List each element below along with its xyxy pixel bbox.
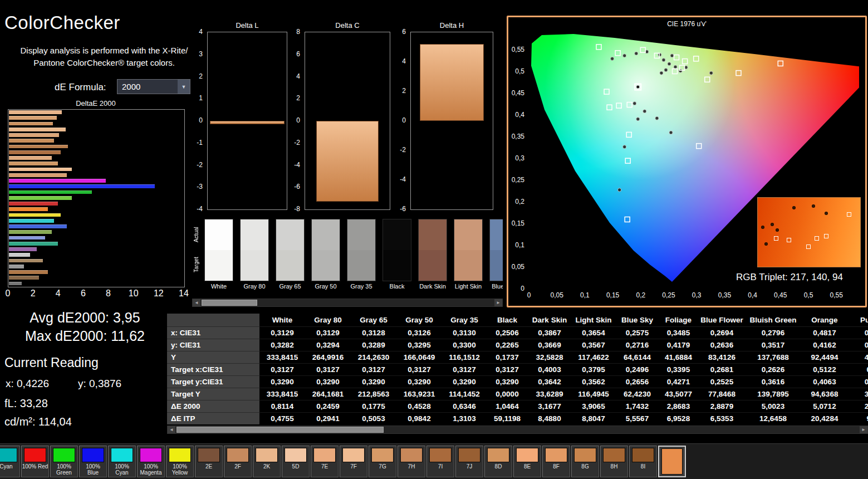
table-cell: 0,22 <box>849 327 868 339</box>
patch-swatch <box>429 448 452 462</box>
axis-tick-label: 1 <box>199 94 203 102</box>
table-cell: 0,3294 <box>305 339 351 351</box>
scroll-left-icon[interactable]: ◄ <box>193 299 200 306</box>
delta-l-yticks: 43210-1-2-3-4 <box>190 32 205 209</box>
patch-swatch <box>371 448 394 462</box>
table-column-header: Black <box>487 314 528 327</box>
table-cell: 0,3129 <box>305 327 351 339</box>
table-cell: 1,3103 <box>442 413 487 425</box>
deltae-bar <box>9 133 59 137</box>
scrollbar-thumb[interactable] <box>176 427 384 433</box>
table-cell: 43,6 <box>849 351 868 364</box>
table-cell: 0,3290 <box>305 376 351 388</box>
patch-swatch <box>140 448 162 462</box>
toolbar-patch-8f[interactable]: 8F <box>542 446 570 477</box>
patch-swatch <box>111 448 133 462</box>
toolbar-patch-100-yellow[interactable]: 100% Yellow <box>166 446 194 477</box>
scroll-left-icon[interactable]: ◄ <box>168 426 175 433</box>
table-cell: 0,3130 <box>442 327 487 339</box>
toolbar-patch-7f[interactable]: 7F <box>340 446 367 477</box>
deltae-bar <box>9 224 67 228</box>
toolbar-patch-8j[interactable]: 8J <box>658 446 686 477</box>
toolbar-patch-7j[interactable]: 7J <box>455 446 483 477</box>
table-cell: 0,19 <box>849 376 868 388</box>
table-cell: 0,3300 <box>442 339 487 351</box>
toolbar-patch-100-red[interactable]: 100% Red <box>21 446 49 477</box>
strip-patch: Light Skin <box>454 219 483 290</box>
table-cell: 0,2694 <box>698 327 746 339</box>
swatch-patches: WhiteGray 80Gray 65Gray 50Gray 35BlackDa… <box>204 219 503 290</box>
scroll-right-icon[interactable]: ► <box>494 299 502 306</box>
deltae-bar <box>9 116 57 120</box>
table-cell: 2,66 <box>849 400 868 413</box>
toolbar-patch-8h[interactable]: 8H <box>600 446 628 477</box>
toolbar-patch-100-green[interactable]: 100% Green <box>50 446 78 477</box>
table-cell: 264,1681 <box>305 388 351 400</box>
target-swatch <box>311 250 340 281</box>
toolbar-patch-7h[interactable]: 7H <box>398 446 425 477</box>
toolbar-patch-7i[interactable]: 7I <box>426 446 454 477</box>
actual-swatch <box>382 219 411 250</box>
axis-tick-label: 4 <box>51 289 65 299</box>
patch-label: 100% Green <box>51 463 77 476</box>
current-x-value: x: 0,4226 <box>6 378 49 390</box>
actual-swatch <box>347 219 376 250</box>
patch-swatch <box>82 448 104 462</box>
table-cell: 333,8415 <box>259 388 305 400</box>
table-cell: 0,3562 <box>571 376 616 388</box>
toolbar-patch-8g[interactable]: 8G <box>571 446 599 477</box>
table-cell: 0,2459 <box>305 400 351 413</box>
current-y-value: y: 0,3876 <box>78 378 121 390</box>
table-cell: 0,3127 <box>442 364 487 376</box>
inset-measured-point <box>812 204 815 208</box>
table-cell: 0,3290 <box>487 376 528 388</box>
table-column-header: Light Skin <box>571 314 616 327</box>
axis-tick-label: -8 <box>294 205 300 213</box>
toolbar-patch-2e[interactable]: 2E <box>195 446 223 477</box>
toolbar-patch-100-blue[interactable]: 100% Blue <box>79 446 107 477</box>
patch-swatch <box>285 448 307 462</box>
axis-tick-label: 6 <box>296 50 300 58</box>
measured-point <box>668 62 671 66</box>
swatch-strip-scrollbar[interactable]: ◄ ► <box>192 299 503 307</box>
measured-point <box>655 116 659 120</box>
table-cell: 0,3395 <box>659 364 698 376</box>
toolbar-patch-2k[interactable]: 2K <box>253 446 281 477</box>
axis-tick-label: 4 <box>402 57 406 65</box>
toolbar-patch-7e[interactable]: 7E <box>311 446 339 477</box>
axis-tick-label: 8 <box>296 28 300 36</box>
table-cell: 5,0712 <box>801 400 849 413</box>
table-cell: 0,4162 <box>801 339 849 351</box>
table-cell: 20,4284 <box>801 413 849 425</box>
de-formula-label: dE Formula: <box>55 82 106 93</box>
toolbar-patch-cyan[interactable]: Cyan <box>0 446 20 477</box>
table-cell: 0,4003 <box>528 364 571 376</box>
table-column-header: Purple <box>849 314 868 327</box>
toolbar-patch-7g[interactable]: 7G <box>369 446 396 477</box>
patch-name: Blue Sky <box>489 283 503 290</box>
table-cell: 8,4880 <box>528 413 571 425</box>
de-formula-dropdown[interactable]: 2000 ▼ <box>117 79 190 94</box>
deltae-bar <box>9 128 66 131</box>
scrollbar-thumb[interactable] <box>202 300 257 306</box>
deltae-bar <box>9 282 22 286</box>
axis-tick-label: 0,1 <box>575 291 594 299</box>
patch-label: 5D <box>282 463 309 470</box>
toolbar-patch-8e[interactable]: 8E <box>513 446 541 477</box>
axis-tick-label: 4 <box>199 28 203 36</box>
patch-name: Gray 80 <box>240 283 269 290</box>
toolbar-patch-5d[interactable]: 5D <box>282 446 310 477</box>
toolbar-patch-2f[interactable]: 2F <box>224 446 252 477</box>
toolbar-patches: Cyan100% Red100% Green100% Blue100% Cyan… <box>0 446 686 477</box>
toolbar-patch-8d[interactable]: 8D <box>484 446 512 477</box>
deltae-bar <box>9 184 155 188</box>
bottom-toolbar: Cyan100% Red100% Green100% Blue100% Cyan… <box>0 443 868 479</box>
axis-tick-label: -4 <box>400 175 406 183</box>
toolbar-patch-100-magenta[interactable]: 100% Magenta <box>137 446 165 477</box>
scroll-right-icon[interactable]: ► <box>860 426 867 433</box>
delta-h-title: Delta H <box>410 21 493 30</box>
table-scrollbar[interactable]: ◄ ► <box>167 426 868 434</box>
table-column-header: Orange <box>801 314 849 327</box>
toolbar-patch-8i[interactable]: 8I <box>629 446 657 477</box>
toolbar-patch-100-cyan[interactable]: 100% Cyan <box>108 446 136 477</box>
